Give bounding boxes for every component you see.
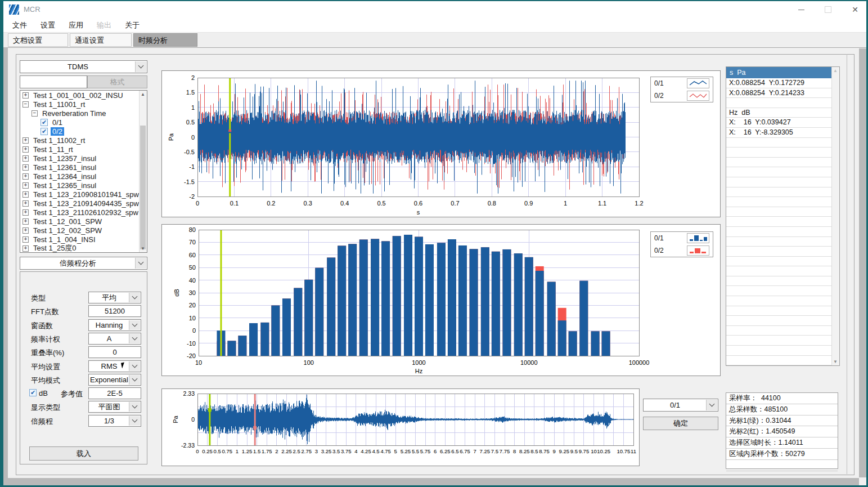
db-checkbox[interactable]: ✔ bbox=[29, 389, 37, 396]
scroll-up-icon[interactable]: ▲ bbox=[140, 91, 146, 98]
file-format-select[interactable]: TDMS bbox=[20, 60, 147, 73]
tree-item-label[interactable]: Test 1_11_rt bbox=[32, 145, 75, 154]
collapse-minus-icon[interactable]: − bbox=[23, 101, 29, 108]
tree-item[interactable]: +Test 1_11002_rt bbox=[20, 136, 147, 145]
bottom-scrollbar[interactable] bbox=[3, 478, 859, 485]
tab-active[interactable]: 时频分析 bbox=[133, 33, 197, 47]
bar-ch1[interactable] bbox=[536, 271, 544, 356]
setting-input[interactable]: 51200 bbox=[88, 305, 141, 317]
tree-item-label[interactable]: Test 1_001_001_002_INSU bbox=[32, 91, 125, 100]
cursor-value-row[interactable] bbox=[726, 187, 832, 198]
setting-select[interactable]: A bbox=[88, 333, 141, 345]
left-scrollbar[interactable] bbox=[3, 47, 8, 478]
cursor-value-row[interactable] bbox=[726, 177, 832, 187]
confirm-button[interactable]: 确定 bbox=[643, 417, 718, 430]
tree-item-label[interactable]: Test 1_12357_insul bbox=[32, 154, 98, 163]
bar-ch1[interactable] bbox=[569, 331, 577, 356]
time-waveform-chart[interactable]: 21.510.50-0.5-1-1.5-200.10.20.30.40.50.6… bbox=[162, 71, 721, 218]
tree-item[interactable]: −Test 1_11001_rt bbox=[20, 100, 147, 109]
chevron-down-icon[interactable] bbox=[135, 258, 146, 269]
cursor-value-row[interactable] bbox=[726, 346, 832, 356]
bar-ch1[interactable] bbox=[514, 253, 523, 356]
tree-item[interactable]: +Test 1_001_001_002_INSU bbox=[20, 91, 147, 100]
tree-item-label[interactable]: Test 1_12361_insul bbox=[32, 163, 98, 172]
channel-checkbox[interactable]: ✔ bbox=[41, 119, 48, 126]
bar-ch1[interactable] bbox=[294, 288, 302, 356]
bar-ch1[interactable] bbox=[481, 247, 489, 356]
menu-item[interactable]: 设置 bbox=[41, 20, 55, 30]
cursor-value-row[interactable] bbox=[726, 296, 832, 306]
bar-ch1[interactable] bbox=[315, 268, 323, 356]
full-waveform-chart[interactable]: 2.330-2.3300.250.50.7511.251.51.7522.252… bbox=[162, 389, 640, 467]
cursor-value-row[interactable]: X: 16 Y:0.039427 bbox=[726, 118, 832, 128]
bar-ch1[interactable] bbox=[348, 244, 357, 356]
tree-item[interactable]: +Test 1_12364_insul bbox=[20, 172, 147, 181]
tree-item-label[interactable]: Test 1_1_004_INSI bbox=[32, 235, 97, 244]
tree-item-label[interactable]: Test 1_123_210914094435_spw bbox=[32, 199, 141, 208]
tree-item-label[interactable]: Test 1_25度0 bbox=[32, 243, 78, 253]
setting-select[interactable]: Hanning bbox=[88, 319, 141, 331]
bar-ch1[interactable] bbox=[238, 336, 246, 356]
cursor-value-row[interactable] bbox=[726, 207, 832, 217]
tree-item[interactable]: ✔0/1 bbox=[20, 118, 147, 127]
tree-item[interactable]: +Test 1_123_211026102932_spw bbox=[20, 208, 147, 217]
menu-item[interactable]: 文件 bbox=[12, 20, 27, 30]
scroll-down-icon[interactable]: ▼ bbox=[832, 358, 839, 365]
tree-item[interactable]: +Test 1_12_002_SPW bbox=[20, 226, 147, 235]
tree-item[interactable]: +Test 1_25度0 bbox=[20, 244, 147, 253]
right-scrollbar[interactable] bbox=[859, 48, 866, 477]
bar-ch1[interactable] bbox=[282, 298, 291, 356]
cursor-value-row[interactable] bbox=[726, 98, 832, 108]
setting-select[interactable]: Exponential bbox=[88, 374, 141, 386]
analysis-type-select[interactable]: 倍频程分析 bbox=[20, 257, 147, 270]
close-button[interactable]: ✕ bbox=[845, 1, 865, 18]
bar-ch1[interactable] bbox=[338, 245, 346, 356]
expand-plus-icon[interactable]: + bbox=[23, 173, 29, 180]
bar-ch1[interactable] bbox=[404, 235, 412, 356]
bar-ch1[interactable] bbox=[470, 249, 478, 356]
cursor-value-row[interactable] bbox=[726, 276, 832, 287]
tree-item-label[interactable]: Test 1_12364_insul bbox=[32, 172, 98, 181]
bar-ch1[interactable] bbox=[260, 323, 269, 356]
cursor-value-row[interactable] bbox=[726, 148, 832, 158]
setting-input[interactable]: 0 bbox=[88, 346, 141, 358]
expand-plus-icon[interactable]: + bbox=[23, 92, 29, 99]
tree-item[interactable]: +Test 1_12365_insul bbox=[20, 181, 147, 190]
tree-item-label[interactable]: Test 1_12_001_SPW bbox=[32, 217, 104, 226]
bar-ch1[interactable] bbox=[415, 237, 423, 356]
chevron-down-icon[interactable] bbox=[129, 320, 140, 330]
tree-item[interactable]: +Test 1_123_210914094435_spw bbox=[20, 199, 147, 208]
cursor-value-row[interactable] bbox=[726, 257, 832, 267]
collapse-minus-icon[interactable]: − bbox=[32, 110, 38, 117]
tree-item-label[interactable]: Test 1_123_210908101941_spw bbox=[32, 190, 141, 199]
expand-plus-icon[interactable]: + bbox=[23, 164, 29, 171]
tree-item[interactable]: +Test 1_11_rt bbox=[20, 145, 147, 154]
channel-select[interactable]: 0/1 bbox=[643, 399, 718, 412]
cursor-value-row[interactable] bbox=[726, 316, 832, 326]
tree-item[interactable]: −Reverberation Time bbox=[20, 109, 147, 118]
tree-item-label[interactable]: Test 1_123_211026102932_spw bbox=[32, 208, 140, 217]
menu-item[interactable]: 应用 bbox=[69, 20, 83, 30]
octave-spectrum-chart[interactable]: 80706050403020100-10-2010100100010000100… bbox=[162, 225, 721, 377]
load-button[interactable]: 载入 bbox=[29, 446, 138, 461]
cursor-value-row[interactable] bbox=[726, 266, 832, 276]
expand-plus-icon[interactable]: + bbox=[23, 236, 29, 243]
expand-plus-icon[interactable]: + bbox=[23, 218, 29, 225]
setting-select[interactable]: 平均 bbox=[88, 292, 141, 303]
scroll-down-icon[interactable]: ▼ bbox=[140, 245, 146, 252]
tree-item-label[interactable]: Test 1_11001_rt bbox=[32, 100, 87, 109]
tree-item[interactable]: +Test 1_12361_insul bbox=[20, 163, 147, 172]
reference-value-input[interactable]: 2E-5 bbox=[88, 387, 141, 399]
bar-ch1[interactable] bbox=[525, 257, 533, 356]
cursor-value-row[interactable]: X:0.088254 Y:0.172729 bbox=[726, 78, 832, 88]
bar-ch1[interactable] bbox=[591, 331, 600, 356]
cursor-value-row[interactable] bbox=[726, 326, 832, 336]
chevron-down-icon[interactable] bbox=[129, 293, 140, 302]
expand-plus-icon[interactable]: + bbox=[23, 155, 29, 162]
setting-select[interactable]: 平面图 bbox=[88, 401, 141, 413]
cursor-value-row[interactable] bbox=[726, 356, 832, 366]
bar-ch1[interactable] bbox=[579, 281, 588, 356]
bar-ch1[interactable] bbox=[249, 323, 258, 356]
chevron-down-icon[interactable] bbox=[129, 402, 140, 412]
tree-item-label[interactable]: 0/2 bbox=[51, 127, 64, 136]
